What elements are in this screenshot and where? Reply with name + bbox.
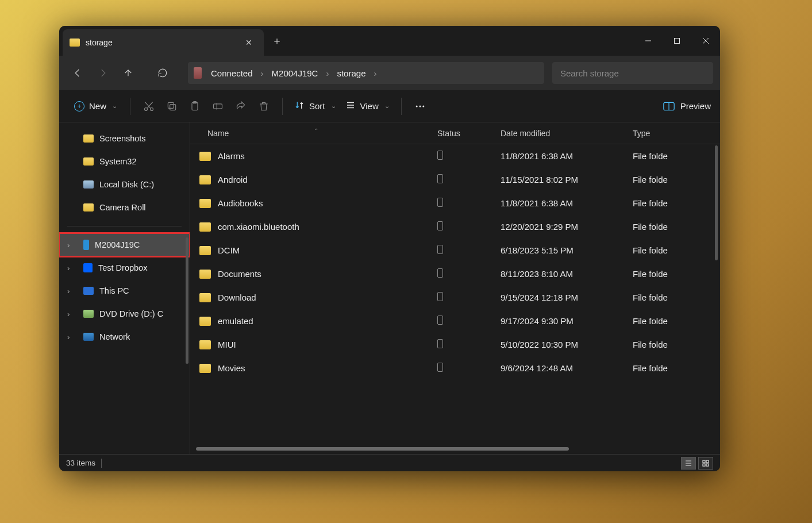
- chevron-right-icon: ›: [67, 241, 70, 249]
- back-button[interactable]: [66, 61, 89, 84]
- file-row[interactable]: Audiobooks11/8/2021 6:38 AMFile folde: [190, 191, 720, 215]
- sidebar-item-dvd-drive[interactable]: › DVD Drive (D:) C: [59, 302, 190, 325]
- phone-outline-icon: [437, 151, 443, 160]
- file-status: [437, 198, 501, 209]
- folder-icon: [199, 199, 211, 208]
- details-view-button[interactable]: [681, 457, 696, 470]
- file-row[interactable]: Alarms11/8/2021 6:38 AMFile folde: [190, 144, 720, 168]
- forward-button[interactable]: [91, 61, 114, 84]
- file-row[interactable]: MIUI5/10/2022 10:30 PMFile folde: [190, 333, 720, 356]
- close-button[interactable]: [691, 26, 720, 56]
- file-row[interactable]: com.xiaomi.bluetooth12/20/2021 9:29 PMFi…: [190, 215, 720, 239]
- paste-button[interactable]: [183, 95, 206, 118]
- column-date[interactable]: Date modified: [501, 129, 633, 138]
- folder-icon: [199, 175, 211, 184]
- folder-icon: [199, 222, 211, 232]
- breadcrumb-segment[interactable]: Connected: [207, 68, 256, 78]
- window-controls: [634, 26, 720, 56]
- file-list: Alarms11/8/2021 6:38 AMFile foldeAndroid…: [190, 144, 720, 446]
- folder-icon: [199, 364, 211, 373]
- folder-icon: [199, 246, 211, 255]
- tab-storage[interactable]: storage ✕: [63, 29, 264, 56]
- preview-label: Preview: [680, 101, 711, 111]
- copy-button[interactable]: [160, 95, 183, 118]
- view-label: View: [360, 101, 379, 111]
- horizontal-scrollbar[interactable]: [196, 446, 714, 452]
- tab-close-button[interactable]: ✕: [241, 36, 257, 49]
- svg-rect-6: [170, 104, 176, 110]
- svg-point-4: [145, 107, 148, 110]
- sidebar-item-device[interactable]: › M2004J19C: [59, 233, 190, 256]
- file-type: File folde: [633, 245, 720, 255]
- sort-button[interactable]: Sort ⌄: [290, 97, 341, 116]
- preview-button[interactable]: Preview: [663, 101, 711, 111]
- svg-rect-25: [706, 464, 709, 466]
- file-name: Audiobooks: [218, 198, 263, 208]
- sidebar-scrollbar[interactable]: [186, 237, 188, 364]
- file-explorer-window: storage ✕ ＋: [59, 26, 720, 471]
- file-row[interactable]: Documents8/11/2023 8:10 AMFile folde: [190, 262, 720, 286]
- body: Screenshots System32 Local Disk (C:) Cam…: [59, 122, 720, 454]
- breadcrumb-segment[interactable]: storage: [333, 68, 369, 78]
- sidebar-item-system32[interactable]: System32: [59, 150, 190, 173]
- dropbox-icon: [83, 263, 93, 272]
- sidebar-item-local-disk-c[interactable]: Local Disk (C:): [59, 173, 190, 196]
- file-row[interactable]: emulated9/17/2024 9:30 PMFile folde: [190, 309, 720, 333]
- disk-icon: [83, 180, 94, 189]
- search-input[interactable]: Search storage: [552, 62, 713, 84]
- refresh-button[interactable]: [151, 61, 174, 84]
- sidebar-item-camera-roll[interactable]: Camera Roll: [59, 196, 190, 219]
- phone-outline-icon: [437, 198, 443, 207]
- up-button[interactable]: [117, 61, 140, 84]
- sidebar-item-screenshots[interactable]: Screenshots: [59, 127, 190, 150]
- column-headers: Name ⌃ Status Date modified Type: [190, 122, 720, 144]
- file-date: 5/10/2022 10:30 PM: [501, 340, 633, 349]
- column-type[interactable]: Type: [633, 129, 720, 138]
- file-type: File folde: [633, 316, 720, 326]
- file-date: 11/15/2021 8:02 PM: [501, 175, 633, 184]
- separator: [101, 459, 102, 468]
- vertical-scrollbar[interactable]: [715, 145, 718, 260]
- network-icon: [83, 333, 94, 341]
- share-button[interactable]: [229, 95, 252, 118]
- file-row[interactable]: Movies9/6/2024 12:48 AMFile folde: [190, 356, 720, 380]
- minimize-button[interactable]: [634, 26, 663, 56]
- phone-outline-icon: [437, 316, 443, 325]
- more-button[interactable]: [409, 95, 432, 118]
- folder-icon: [199, 152, 211, 161]
- rename-button[interactable]: [206, 95, 229, 118]
- maximize-button[interactable]: [663, 26, 691, 56]
- column-name[interactable]: Name ⌃: [190, 129, 437, 138]
- phone-outline-icon: [437, 268, 443, 278]
- file-name: Android: [218, 175, 248, 184]
- file-row[interactable]: DCIM6/18/2023 5:15 PMFile folde: [190, 239, 720, 262]
- chevron-down-icon: ⌄: [384, 102, 390, 110]
- new-tab-button[interactable]: ＋: [264, 26, 290, 56]
- new-button[interactable]: + New ⌄: [68, 98, 123, 115]
- sidebar-item-network[interactable]: › Network: [59, 325, 190, 348]
- file-row[interactable]: Download9/15/2024 12:18 PMFile folde: [190, 286, 720, 309]
- breadcrumb[interactable]: Connected › M2004J19C › storage ›: [188, 62, 544, 84]
- titlebar: storage ✕ ＋: [59, 26, 720, 56]
- sidebar-item-dropbox[interactable]: › Test Dropbox: [59, 256, 190, 279]
- delete-button[interactable]: [252, 95, 275, 118]
- file-type: File folde: [633, 151, 720, 161]
- cut-button[interactable]: [137, 95, 160, 118]
- svg-rect-24: [703, 464, 705, 466]
- preview-icon: [663, 102, 675, 111]
- file-date: 9/15/2024 12:18 PM: [501, 293, 633, 302]
- file-name: Alarms: [218, 151, 245, 161]
- sidebar-item-this-pc[interactable]: › This PC: [59, 279, 190, 302]
- thumbnails-view-button[interactable]: [698, 457, 713, 470]
- view-button[interactable]: View ⌄: [341, 97, 394, 116]
- folder-icon: [199, 293, 211, 302]
- tab-title: storage: [86, 38, 241, 47]
- file-status: [437, 363, 501, 374]
- svg-point-16: [422, 105, 424, 107]
- toolbar: + New ⌄ Sort ⌄: [59, 90, 720, 122]
- breadcrumb-segment[interactable]: M2004J19C: [268, 68, 322, 78]
- file-date: 6/18/2023 5:15 PM: [501, 245, 633, 255]
- navbar: Connected › M2004J19C › storage › Search…: [59, 56, 720, 90]
- file-row[interactable]: Android11/15/2021 8:02 PMFile folde: [190, 168, 720, 191]
- column-status[interactable]: Status: [437, 129, 501, 138]
